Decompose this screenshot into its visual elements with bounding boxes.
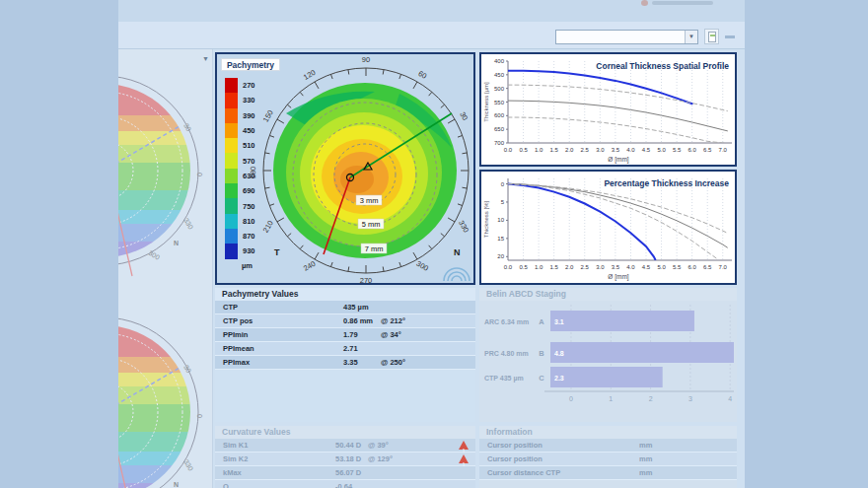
row-value: 50.44 D [335, 439, 361, 453]
svg-text:10: 10 [497, 217, 504, 223]
table-row: kMax56.07 D [215, 466, 475, 480]
svg-text:700: 700 [494, 140, 505, 146]
logo-text-smudge [652, 1, 713, 5]
information-header: Information [479, 426, 737, 439]
svg-text:240: 240 [302, 259, 317, 273]
svg-text:2.5: 2.5 [581, 147, 590, 153]
svg-text:C: C [539, 374, 544, 383]
table-row: PPImean2.71 [215, 342, 475, 356]
scale-label: 330 [243, 96, 255, 105]
svg-text:0: 0 [196, 414, 203, 418]
svg-text:Corneal Thickness Spatial Prof: Corneal Thickness Spatial Profile [596, 61, 729, 71]
row-value: 2.71 [343, 342, 358, 356]
svg-text:15: 15 [497, 236, 504, 242]
minimize-icon[interactable] [725, 35, 735, 38]
svg-text:30: 30 [182, 122, 192, 132]
belin-bar-chart: 3.1AARC 6.34 mm4.8BPRC 4.80 mm2.3CCTP 43… [479, 301, 735, 421]
svg-text:2.0: 2.0 [565, 147, 574, 153]
scale-color-segment [225, 229, 238, 244]
row-angle: @ 129° [368, 453, 393, 466]
belin-bar-A [550, 311, 694, 331]
scale-step: 930 [225, 244, 255, 258]
svg-text:3: 3 [688, 395, 692, 402]
left-map-strip: 300330300N 300330300N ▼ [118, 49, 213, 488]
svg-text:3.5: 3.5 [612, 264, 620, 270]
scale-label: 570 [243, 157, 255, 166]
percentage-thickness-increase-chart: 051015200.00.51.01.52.02.53.03.54.04.55.… [479, 170, 737, 285]
scale-color-segment [225, 183, 238, 198]
svg-text:400: 400 [494, 58, 505, 64]
svg-text:1: 1 [609, 395, 613, 402]
svg-text:30: 30 [182, 364, 192, 374]
svg-text:Ø [mm]: Ø [mm] [608, 156, 628, 164]
scale-label: 930 [243, 246, 255, 255]
svg-text:Thickness [%]: Thickness [%] [483, 201, 489, 239]
scale-step: 690 [225, 183, 255, 198]
svg-text:550: 550 [494, 100, 505, 105]
svg-text:5.5: 5.5 [673, 147, 682, 153]
scale-label: 750 [243, 202, 255, 211]
row-label: Sim K2 [223, 453, 248, 466]
warning-icon [459, 454, 469, 463]
pachymetry-values-header: Pachymetry Values [215, 288, 475, 301]
scale-color-segment [225, 123, 238, 138]
curvature-values-header: Curvature Values [215, 426, 475, 439]
row-value: 0.86 mm [343, 314, 373, 328]
scroll-down-arrow-icon[interactable]: ▼ [202, 55, 209, 62]
scale-color-segment [225, 108, 238, 123]
svg-text:3.0: 3.0 [596, 264, 605, 270]
background-topography-map-bottom: 300330300N [118, 296, 212, 488]
svg-text:3.5: 3.5 [612, 147, 620, 153]
scale-label: 870 [243, 232, 255, 241]
svg-text:270: 270 [360, 276, 373, 283]
table-row: Sim K253.18 D@ 129° [215, 453, 475, 466]
scale-color-segment [225, 78, 238, 93]
scale-step: 630 [225, 169, 255, 183]
svg-text:7 mm: 7 mm [365, 244, 384, 253]
svg-text:1.5: 1.5 [549, 147, 558, 153]
svg-text:4.8: 4.8 [554, 350, 564, 357]
svg-text:2.5: 2.5 [581, 264, 590, 270]
row-label: PPImin [223, 328, 248, 342]
svg-text:600: 600 [494, 112, 505, 118]
chevron-down-icon[interactable]: ▼ [685, 31, 697, 43]
row-angle: @ 34° [381, 328, 401, 342]
background-topography-map-top: 300330300N [118, 54, 212, 286]
row-value: -0.64 [335, 480, 352, 488]
table-row: Cursor distance CTPmm [479, 466, 737, 480]
svg-text:20: 20 [497, 253, 504, 259]
svg-text:5.0: 5.0 [657, 264, 666, 270]
scale-color-segment [225, 198, 238, 213]
display-dropdown[interactable]: ▼ [555, 30, 698, 44]
svg-text:90: 90 [362, 55, 370, 64]
belin-header: Belin ABCD Staging [479, 288, 737, 301]
scale-step: 810 [225, 214, 255, 229]
scale-label: 390 [243, 111, 255, 120]
svg-text:Thickness [µm]: Thickness [µm] [483, 82, 489, 122]
curvature-values-panel: Curvature Values Sim K150.44 D@ 39°Sim K… [215, 426, 475, 488]
svg-text:N: N [174, 240, 179, 246]
svg-text:650: 650 [494, 126, 505, 132]
pachymetry-values-table: CTP435 µmCTP pos0.86 mm@ 212°PPImin1.79@… [215, 301, 475, 370]
scale-step: 330 [225, 93, 255, 107]
svg-text:5.0: 5.0 [657, 147, 666, 153]
temporal-label: T [274, 247, 280, 257]
partial-logo [641, 0, 720, 6]
svg-text:1.0: 1.0 [535, 147, 543, 153]
scale-step: 450 [225, 123, 255, 138]
svg-text:2.3: 2.3 [554, 375, 564, 382]
svg-text:5.5: 5.5 [673, 264, 682, 270]
pachymetry-color-map[interactable]: 0306090120150180210240270300330 3 mm5 mm… [217, 54, 473, 283]
row-label: CTP [223, 301, 238, 314]
svg-text:A: A [539, 317, 544, 326]
pachymetry-map-panel[interactable]: Pachymetry 27033039045051057063069075081… [215, 52, 475, 285]
row-angle: @ 212° [381, 314, 405, 328]
svg-text:Percentage Thickness Increase: Percentage Thickness Increase [604, 178, 729, 188]
pachymetry-values-panel: Pachymetry Values CTP435 µmCTP pos0.86 m… [215, 288, 475, 422]
oculus-watermark-icon [444, 268, 470, 281]
row-value: 1.79 [343, 328, 358, 342]
report-button[interactable] [704, 29, 719, 44]
row-label: Cursor distance CTP [487, 466, 560, 480]
table-row: Sim K150.44 D@ 39° [215, 439, 475, 453]
toolbar: ▼ [118, 22, 745, 49]
